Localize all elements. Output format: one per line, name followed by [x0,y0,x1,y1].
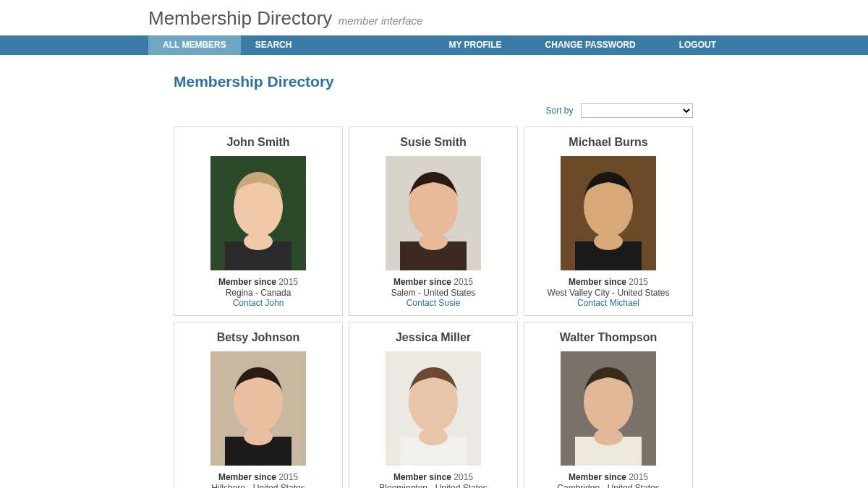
member-location: Bloomington - United States [357,483,510,488]
svg-point-7 [419,233,448,250]
svg-point-15 [244,428,273,445]
member-photo [210,156,306,270]
svg-point-19 [419,428,448,445]
member-location: Salem - United States [357,288,510,298]
page-title: Membership Directory [174,73,868,90]
member-since: Member since 2015 [357,276,510,288]
svg-point-3 [244,233,273,250]
member-photo [561,351,656,466]
member-location: Regina - Canada [182,288,335,298]
member-card: Jessica Miller Member since 2015Blooming… [349,322,518,488]
member-name: Jessica Miller [357,331,510,344]
member-since: Member since 2015 [182,276,335,288]
member-card: Betsy Johnson Member since 2015Hillsboro… [174,322,343,488]
member-name: Walter Thompson [532,331,685,344]
member-since: Member since 2015 [182,471,335,483]
navbar: ALL MEMBERSSEARCH MY PROFILECHANGE PASSW… [0,35,868,55]
member-since: Member since 2015 [532,471,685,483]
member-name: Susie Smith [357,136,510,149]
member-name: John Smith [182,136,335,149]
contact-link[interactable]: Contact Michael [532,298,685,308]
member-photo [210,351,306,466]
nav-all-members[interactable]: ALL MEMBERS [148,35,241,55]
sort-by-label: Sort by [546,106,574,116]
nav-change-password[interactable]: CHANGE PASSWORD [545,35,636,55]
app-title: Membership Directory [148,7,332,29]
contact-link[interactable]: Contact John [182,298,335,308]
nav-my-profile[interactable]: MY PROFILE [448,35,501,55]
nav-logout[interactable]: LOGOUT [679,35,716,55]
member-location: Hillsboro - United States [182,483,335,488]
member-location: West Valley City - United States [532,288,685,298]
svg-point-11 [594,233,623,250]
member-location: Cambridge - United States [532,483,685,488]
contact-link[interactable]: Contact Susie [357,298,510,308]
member-card: Michael Burns Member since 2015West Vall… [524,127,693,316]
app-subtitle: member interface [339,14,423,27]
member-since: Member since 2015 [357,471,510,483]
sort-by-select[interactable] [581,103,693,118]
nav-search[interactable]: SEARCH [241,35,307,55]
member-since: Member since 2015 [532,276,685,288]
member-card: Susie Smith Member since 2015Salem - Uni… [349,127,518,316]
member-photo [561,156,656,270]
member-name: Michael Burns [532,136,685,149]
member-name: Betsy Johnson [182,331,335,344]
member-photo [386,351,481,466]
member-card: Walter Thompson Member since 2015Cambrid… [524,322,693,488]
svg-point-23 [594,428,623,445]
member-card: John Smith Member since 2015Regina - Can… [174,127,343,316]
member-photo [386,156,481,270]
